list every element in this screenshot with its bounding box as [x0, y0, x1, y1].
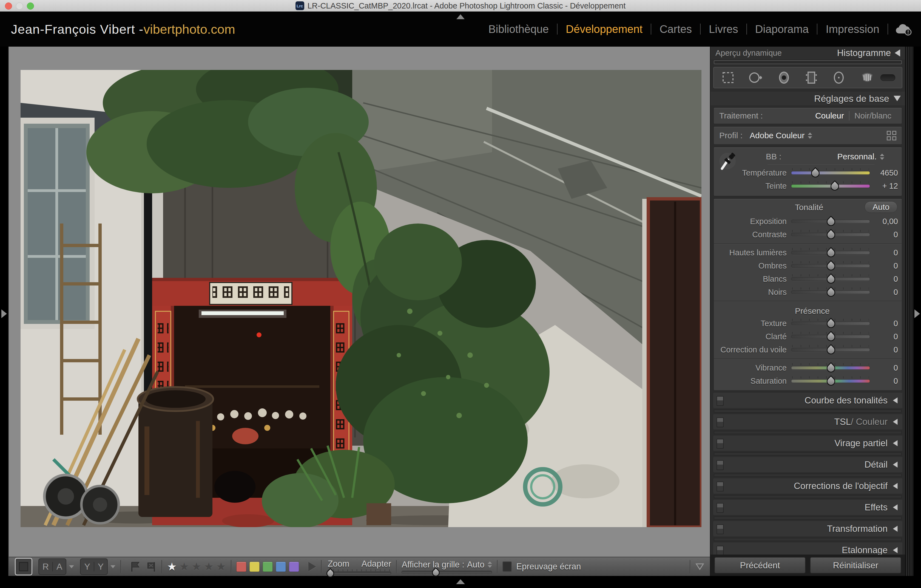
module-library[interactable]: Bibliothèque — [480, 23, 557, 35]
grid-size-slider[interactable] — [402, 571, 492, 574]
wb-caret-icon[interactable] — [880, 153, 884, 160]
star-icon[interactable]: ★ — [216, 561, 226, 572]
slider-track-area[interactable] — [791, 331, 870, 342]
module-print[interactable]: Impression — [817, 23, 888, 35]
reference-view-button[interactable]: R A — [38, 559, 66, 575]
module-develop[interactable]: Développement — [558, 23, 651, 35]
slider-value[interactable]: 0 — [870, 319, 898, 328]
collapse-arrow-icon[interactable] — [893, 440, 898, 446]
slider-value[interactable]: 0 — [870, 275, 898, 283]
slider-value[interactable]: 0 — [870, 261, 898, 270]
star-icon[interactable]: ★ — [167, 561, 177, 572]
slider-value[interactable]: 0 — [870, 376, 898, 386]
panel-section-detail[interactable]: Détail — [713, 457, 902, 472]
star-icon[interactable]: ★ — [179, 561, 189, 572]
panel-section-tone-curve[interactable]: Courbe des tonalités — [713, 393, 902, 408]
reset-button[interactable]: Réinitialiser — [810, 557, 901, 573]
adjustment-brush-tool-icon[interactable] — [859, 70, 876, 85]
zoom-label[interactable]: Zoom — [327, 559, 349, 569]
collapse-arrow-icon[interactable] — [893, 419, 898, 425]
color-label-3[interactable] — [276, 562, 286, 572]
panel-toggle-switch[interactable] — [716, 439, 724, 449]
panel-section-transform[interactable]: Transformation — [713, 521, 902, 536]
module-slideshow[interactable]: Diaporama — [747, 23, 817, 35]
zoom-slider[interactable] — [327, 572, 391, 575]
spot-removal-tool-icon[interactable] — [748, 70, 764, 85]
grid-mode-caret-icon[interactable] — [488, 561, 492, 568]
expand-arrow-icon[interactable] — [893, 96, 901, 101]
cloud-sync-alert-icon[interactable] — [895, 23, 913, 36]
slider-value[interactable]: 4650 — [870, 168, 898, 178]
collapse-arrow-icon[interactable] — [893, 504, 898, 510]
slider-track-area[interactable] — [791, 273, 870, 285]
fit-label[interactable]: Adapter — [361, 559, 391, 569]
treatment-color-option[interactable]: Couleur — [810, 111, 849, 121]
show-left-panel-arrow-icon[interactable] — [2, 309, 7, 318]
slider-track-area[interactable] — [791, 167, 870, 179]
collapse-arrow-icon[interactable] — [893, 462, 898, 467]
slider-track-area[interactable] — [791, 229, 870, 240]
slider-value[interactable]: 0 — [870, 345, 898, 354]
auto-tone-button[interactable]: Auto — [864, 201, 897, 213]
collapse-arrow-icon[interactable] — [895, 49, 900, 57]
color-label-1[interactable] — [249, 562, 260, 572]
panel-section-split-toning[interactable]: Virage partiel — [713, 435, 902, 451]
loupe-view-button[interactable] — [15, 558, 33, 575]
treatment-bw-option[interactable]: Noir/blanc — [849, 111, 897, 121]
panel-toggle-switch[interactable] — [716, 482, 724, 492]
color-label-4[interactable] — [289, 562, 299, 572]
soft-proof-checkbox[interactable] — [503, 561, 512, 572]
identity-plate[interactable]: Jean-François Vibert - vibertphoto.com — [11, 11, 235, 47]
slider-track-area[interactable] — [791, 180, 870, 192]
basic-panel-header[interactable]: Réglages de base — [711, 91, 905, 105]
slider-track-area[interactable] — [791, 215, 870, 227]
toolbar-options-caret-icon[interactable] — [695, 563, 705, 570]
slider-value[interactable]: 0 — [870, 363, 898, 373]
panel-toggle-switch[interactable] — [716, 417, 724, 427]
pick-flag-icon[interactable] — [130, 560, 142, 573]
wb-value[interactable]: Personnal. — [837, 152, 884, 161]
play-slideshow-icon[interactable] — [308, 562, 316, 571]
red-eye-tool-icon[interactable] — [776, 70, 792, 85]
slider-thumb[interactable] — [825, 216, 837, 228]
panel-toggle-switch[interactable] — [716, 524, 724, 534]
slider-value[interactable]: 0,00 — [870, 217, 898, 226]
slider-track-area[interactable] — [791, 344, 870, 355]
panel-toggle-switch[interactable] — [716, 503, 724, 513]
slider-track-area[interactable] — [791, 318, 870, 329]
hide-top-panel-arrow-icon[interactable] — [456, 14, 465, 19]
slider-track-area[interactable] — [791, 260, 870, 272]
collapse-arrow-icon[interactable] — [893, 483, 898, 489]
graduated-filter-tool-icon[interactable] — [804, 70, 819, 85]
panel-section-hsl-color[interactable]: TSL / Couleur — [713, 414, 902, 430]
right-panel-scrollbar[interactable] — [905, 47, 913, 576]
collapse-arrow-icon[interactable] — [893, 397, 898, 404]
slider-value[interactable]: + 12 — [870, 182, 898, 191]
reference-view-caret-icon[interactable] — [69, 565, 74, 568]
histogram-collapsed-bar[interactable] — [714, 60, 902, 64]
panel-section-lens-corrections[interactable]: Corrections de l'objectif — [713, 478, 902, 494]
color-label-0[interactable] — [236, 562, 246, 572]
slider-value[interactable]: 0 — [870, 230, 898, 239]
panel-toggle-switch[interactable] — [716, 546, 724, 555]
show-filmstrip-arrow-icon[interactable] — [456, 579, 465, 584]
star-icon[interactable]: ★ — [204, 561, 214, 572]
panel-toggle-switch[interactable] — [716, 460, 724, 470]
profile-value[interactable]: Adobe Couleur — [750, 131, 812, 140]
slider-value[interactable]: 0 — [870, 248, 898, 257]
filmstrip-collapsed-strip[interactable] — [0, 576, 921, 588]
radial-filter-tool-icon[interactable] — [831, 70, 846, 85]
star-icon[interactable]: ★ — [192, 561, 202, 572]
left-panel-collapsed-strip[interactable] — [0, 47, 8, 576]
white-balance-eyedropper-icon[interactable] — [718, 151, 736, 172]
slider-track-area[interactable] — [791, 375, 870, 387]
before-after-view-button[interactable]: Y Y — [80, 559, 108, 575]
crop-tool-icon[interactable] — [720, 70, 736, 85]
panel-section-effects[interactable]: Effets — [713, 500, 902, 515]
hide-right-panel-arrow-icon[interactable] — [914, 309, 920, 318]
right-edge-strip[interactable] — [913, 47, 921, 576]
panel-toggle-switch[interactable] — [716, 396, 724, 406]
profile-browser-icon[interactable] — [887, 131, 897, 140]
reject-flag-icon[interactable] — [146, 560, 156, 573]
module-maps[interactable]: Cartes — [651, 23, 700, 35]
